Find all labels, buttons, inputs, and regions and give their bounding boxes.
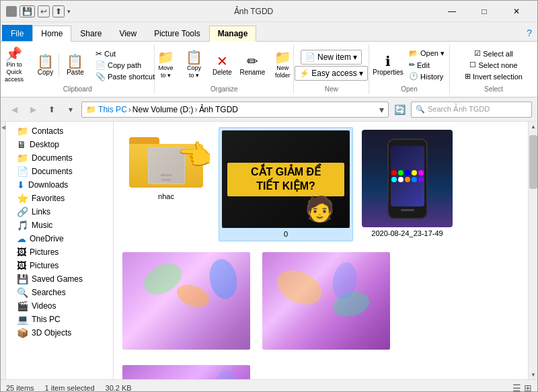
sidebar-item-onedrive[interactable]: ☁ OneDrive [6, 232, 113, 245]
sidebar-item-downloads[interactable]: ⬇ Downloads [6, 178, 113, 192]
tab-picture-tools[interactable]: Picture Tools [145, 25, 208, 41]
file-item-nhac[interactable]: albumcover 👉 nhac [119, 127, 213, 241]
sidebar-item-videos[interactable]: 🎬 Videos [6, 299, 113, 313]
file-item-s21-3[interactable] [119, 362, 254, 379]
scroll-down-arrow[interactable]: ▼ [529, 370, 538, 379]
sidebar-item-music[interactable]: 🎵 Music [6, 219, 113, 232]
this-pc-icon: 💻 [17, 314, 28, 325]
ribbon-group-open: ℹ Properties 📂 Open ▾ ✏ Edit 🕐 History [369, 44, 450, 94]
file-area: albumcover 👉 nhac CẮT [114, 122, 528, 379]
ribbon-group-clipboard: 📌 Pin to Quickaccess 📋 Copy 📋 Paste ✂ [1, 44, 155, 94]
edit-icon: ✏ [409, 61, 415, 69]
sidebar-item-desktop[interactable]: 🖥 Desktop [6, 138, 113, 151]
cut-button[interactable]: ✂ Cut [93, 48, 157, 59]
properties-button[interactable]: ℹ Properties [371, 53, 405, 77]
sidebar-label-searches: Searches [32, 288, 66, 297]
file-item-video-0[interactable]: CẮT GIẢM ĐỂTIẾT KIỆM? 🧑 0 [219, 127, 353, 241]
tab-view[interactable]: View [110, 25, 145, 41]
quick-access-undo[interactable]: ↩ [38, 5, 50, 17]
pin-quick-access-button[interactable]: 📌 Pin to Quickaccess [0, 46, 31, 84]
sidebar-label-3d-objects: 3D Objects [32, 328, 71, 338]
paste-button[interactable]: 📋 Paste [61, 53, 90, 77]
rename-button[interactable]: ✏ Rename [237, 53, 268, 77]
back-button[interactable]: ◀ [6, 102, 22, 118]
sidebar-label-desktop: Desktop [30, 140, 59, 149]
ribbon-group-new: 📄 New item ▾ ⚡ Easy access ▾ New [294, 44, 369, 94]
select-all-button[interactable]: ☑ Select all [471, 48, 516, 58]
details-view-button[interactable]: ☰ [512, 383, 521, 392]
tab-file[interactable]: File [2, 25, 32, 41]
sidebar-collapse[interactable]: ◀ [1, 122, 5, 130]
address-bar[interactable]: 📁 This PC › New Volume (D:) › Ảnh TGDD ▾ [81, 102, 389, 118]
new-item-button[interactable]: 📄 New item ▾ [301, 50, 362, 65]
recent-locations-button[interactable]: ▾ [63, 102, 79, 118]
tab-home[interactable]: Home [32, 26, 71, 42]
sidebar-item-this-pc[interactable]: 💻 This PC [6, 313, 113, 326]
scroll-up-arrow[interactable]: ▲ [529, 122, 538, 131]
delete-button[interactable]: ✕ Delete [208, 53, 235, 77]
open-button[interactable]: 📂 Open ▾ [406, 48, 447, 58]
sidebar-label-saved-games: Saved Games [32, 274, 83, 284]
address-dropdown[interactable]: ▾ [379, 104, 384, 115]
copy-to-button[interactable]: 📋 Copyto ▾ [180, 49, 207, 81]
large-icons-button[interactable]: ⊞ [524, 383, 532, 392]
status-bar: 25 items 1 item selected 30.2 KB ☰ ⊞ [1, 379, 537, 392]
sidebar-item-pictures-2[interactable]: 🖼 Pictures [6, 259, 113, 272]
scrollbar-thumb[interactable] [529, 135, 537, 189]
tab-share[interactable]: Share [71, 25, 110, 41]
title-bar: 💾 ↩ ⬆ ▾ Ảnh TGDD — □ ✕ [1, 1, 537, 22]
status-view-controls: ☰ ⊞ [512, 383, 532, 392]
sidebar-item-contacts[interactable]: 📁 Contacts [6, 124, 113, 138]
select-none-button[interactable]: ☐ Select none [467, 60, 520, 70]
rename-icon: ✏ [247, 54, 258, 68]
sidebar-item-pictures-1[interactable]: 🖼 Pictures [6, 245, 113, 259]
move-to-button[interactable]: 📁 Moveto ▾ [152, 49, 179, 81]
copy-button[interactable]: 📋 Copy [32, 53, 59, 77]
ribbon-tabs: File Home Share View Picture Tools Manag… [1, 22, 537, 41]
file-item-s21-2[interactable] [259, 249, 393, 354]
address-area: ◀ ▶ ⬆ ▾ 📁 This PC › New Volume (D:) › Ản… [1, 97, 537, 122]
sidebar-label-videos: Videos [32, 301, 56, 311]
minimize-button[interactable]: — [436, 1, 467, 22]
sidebar-item-links[interactable]: 🔗 Links [6, 205, 113, 219]
sidebar-label-favorites: Favorites [32, 194, 65, 203]
sidebar-item-favorites[interactable]: ⭐ Favorites [6, 192, 113, 205]
copy-path-button[interactable]: 📄 Copy path [93, 60, 157, 71]
favorites-icon: ⭐ [17, 193, 28, 204]
sidebar-item-documents-2[interactable]: 📄 Documents [6, 165, 113, 178]
copy-icon: 📋 [37, 54, 54, 68]
close-button[interactable]: ✕ [501, 1, 532, 22]
sidebar-item-searches[interactable]: 🔍 Searches [6, 286, 113, 299]
sidebar-label-documents-1: Documents [32, 153, 73, 163]
tab-manage[interactable]: Manage [209, 26, 257, 42]
address-sep-2: › [195, 105, 198, 114]
search-bar[interactable]: 🔍 Search Ảnh TGDD [411, 102, 532, 118]
history-button[interactable]: 🕐 History [406, 71, 447, 81]
quick-access-save[interactable]: 💾 [20, 5, 35, 17]
file-item-s21-1[interactable] [119, 249, 254, 354]
easy-access-button[interactable]: ⚡ Easy access ▾ [295, 66, 368, 81]
refresh-button[interactable]: 🔄 [394, 104, 406, 115]
sidebar-item-saved-games[interactable]: 💾 Saved Games [6, 272, 113, 286]
maximize-button[interactable]: □ [469, 1, 500, 22]
invert-selection-button[interactable]: ⊞ Invert selection [462, 71, 525, 81]
paste-shortcut-button[interactable]: 📎 Paste shortcut [93, 71, 157, 82]
sidebar-item-documents-1[interactable]: 📁 Documents [6, 151, 113, 165]
quick-access-up[interactable]: ⬆ [52, 5, 65, 17]
edit-button[interactable]: ✏ Edit [406, 60, 447, 70]
file-grid: albumcover 👉 nhac CẮT [114, 122, 528, 379]
contacts-icon: 📁 [17, 126, 28, 136]
desktop-icon: 🖥 [17, 139, 26, 150]
status-item-count: 25 items [6, 384, 34, 392]
status-info: 25 items 1 item selected 30.2 KB [6, 384, 132, 392]
new-folder-button[interactable]: 📁 Newfolder [269, 49, 296, 81]
scrollbar[interactable]: ▲ ▼ [528, 122, 537, 379]
sidebar-item-3d-objects[interactable]: 📦 3D Objects [6, 326, 113, 340]
forward-button[interactable]: ▶ [25, 102, 41, 118]
ribbon-content: 📌 Pin to Quickaccess 📋 Copy 📋 Paste ✂ [1, 41, 537, 97]
links-icon: 🔗 [17, 206, 28, 217]
file-item-phone-photo[interactable]: 2020-08-24_23-17-49 [358, 127, 456, 241]
hand-pointer-icon: 👉 [178, 139, 213, 171]
up-button[interactable]: ⬆ [44, 102, 60, 118]
help-button[interactable]: ? [521, 25, 537, 41]
